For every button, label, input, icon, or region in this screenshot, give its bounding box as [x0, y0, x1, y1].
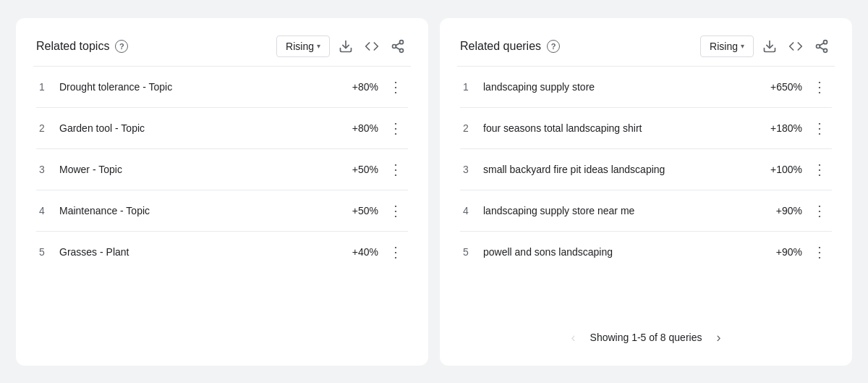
topics-title: Related topics [36, 40, 109, 53]
queries-card-header: Related queries ? Rising ▾ [460, 35, 832, 57]
table-row: 1 landscaping supply store +650% ⋮ [460, 67, 832, 108]
table-row: 3 small backyard fire pit ideas landscap… [460, 149, 832, 190]
item-value: +650% [770, 81, 802, 93]
related-topics-card: Related topics ? Rising ▾ 1 Drought tole… [16, 18, 428, 366]
item-number: 3 [39, 164, 59, 175]
queries-title: Related queries [460, 40, 541, 53]
queries-list: 1 landscaping supply store +650% ⋮ 2 fou… [460, 67, 832, 272]
table-row: 4 landscaping supply store near me +90% … [460, 190, 832, 232]
item-number: 1 [39, 81, 59, 93]
topics-header-actions: Rising ▾ [276, 35, 408, 57]
pagination-text: Showing 1-5 of 8 queries [590, 332, 702, 343]
more-options-button[interactable]: ⋮ [387, 245, 405, 259]
topics-list: 1 Drought tolerance - Topic +80% ⋮ 2 Gar… [36, 67, 408, 272]
more-options-button[interactable]: ⋮ [387, 121, 405, 135]
chevron-down-icon: ▾ [741, 42, 744, 50]
item-label: Drought tolerance - Topic [59, 81, 352, 93]
table-row: 1 Drought tolerance - Topic +80% ⋮ [36, 67, 408, 108]
more-options-button[interactable]: ⋮ [811, 121, 829, 135]
item-number: 4 [39, 205, 59, 216]
topics-share-button[interactable] [388, 36, 408, 56]
next-page-button[interactable]: › [713, 327, 723, 348]
item-number: 2 [463, 122, 483, 134]
item-label: Mower - Topic [59, 164, 352, 175]
table-row: 2 Garden tool - Topic +80% ⋮ [36, 108, 408, 149]
more-options-button[interactable]: ⋮ [811, 245, 829, 259]
chevron-down-icon: ▾ [317, 42, 320, 50]
item-value: +50% [352, 205, 378, 216]
svg-line-10 [820, 47, 824, 49]
prev-page-button[interactable]: ‹ [569, 327, 579, 348]
item-number: 1 [463, 81, 483, 93]
table-row: 3 Mower - Topic +50% ⋮ [36, 149, 408, 190]
item-value: +100% [770, 164, 802, 175]
item-value: +40% [352, 246, 378, 258]
item-number: 2 [39, 122, 59, 134]
queries-download-button[interactable] [760, 36, 780, 56]
queries-title-group: Related queries ? [460, 40, 560, 53]
table-row: 5 Grasses - Plant +40% ⋮ [36, 232, 408, 272]
more-options-button[interactable]: ⋮ [811, 80, 829, 94]
more-options-button[interactable]: ⋮ [387, 80, 405, 94]
item-number: 5 [463, 246, 483, 258]
item-label: landscaping supply store near me [483, 205, 776, 216]
item-value: +80% [352, 81, 378, 93]
item-label: Maintenance - Topic [59, 205, 352, 216]
queries-embed-button[interactable] [786, 36, 806, 56]
queries-share-button[interactable] [812, 36, 832, 56]
item-number: 4 [463, 205, 483, 216]
svg-line-11 [820, 43, 824, 45]
queries-help-icon[interactable]: ? [547, 40, 560, 53]
item-label: landscaping supply store [483, 81, 770, 93]
item-label: four seasons total landscaping shirt [483, 122, 770, 134]
item-value: +90% [776, 246, 802, 258]
more-options-button[interactable]: ⋮ [387, 162, 405, 177]
table-row: 4 Maintenance - Topic +50% ⋮ [36, 190, 408, 232]
svg-line-5 [396, 43, 400, 45]
related-queries-card: Related queries ? Rising ▾ 1 landscaping… [440, 18, 852, 366]
item-value: +80% [352, 122, 378, 134]
item-value: +90% [776, 205, 802, 216]
more-options-button[interactable]: ⋮ [811, 162, 829, 177]
topics-help-icon[interactable]: ? [115, 40, 128, 53]
item-label: powell and sons landscaping [483, 246, 776, 258]
topics-embed-button[interactable] [362, 36, 382, 56]
table-row: 5 powell and sons landscaping +90% ⋮ [460, 232, 832, 272]
topics-rising-dropdown[interactable]: Rising ▾ [276, 35, 330, 57]
item-value: +50% [352, 164, 378, 175]
item-number: 3 [463, 164, 483, 175]
topics-download-button[interactable] [336, 36, 356, 56]
item-label: small backyard fire pit ideas landscapin… [483, 164, 770, 175]
topics-title-group: Related topics ? [36, 40, 128, 53]
item-label: Grasses - Plant [59, 246, 352, 258]
item-value: +180% [770, 122, 802, 134]
table-row: 2 four seasons total landscaping shirt +… [460, 108, 832, 149]
queries-header-actions: Rising ▾ [700, 35, 832, 57]
more-options-button[interactable]: ⋮ [387, 203, 405, 218]
svg-line-4 [396, 47, 400, 49]
topics-card-header: Related topics ? Rising ▾ [36, 35, 408, 57]
queries-pagination: ‹ Showing 1-5 of 8 queries › [460, 313, 832, 348]
queries-rising-dropdown[interactable]: Rising ▾ [700, 35, 754, 57]
item-number: 5 [39, 246, 59, 258]
more-options-button[interactable]: ⋮ [811, 203, 829, 218]
item-label: Garden tool - Topic [59, 122, 352, 134]
